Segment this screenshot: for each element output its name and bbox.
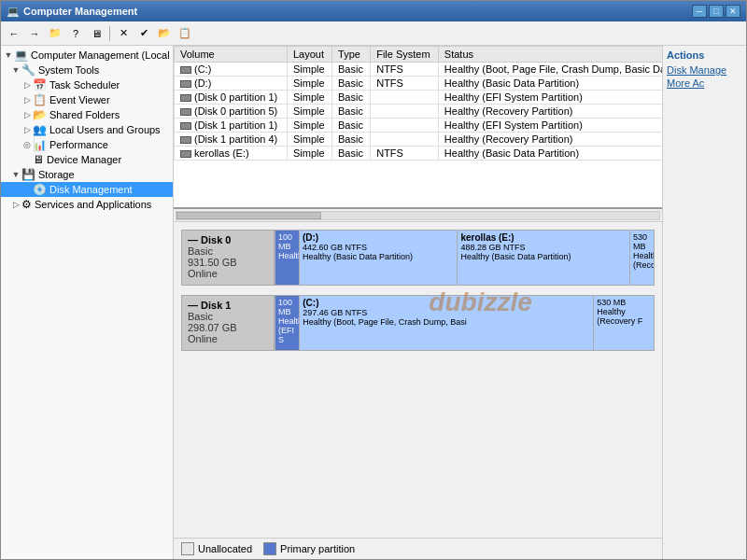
content-wrapper: dubizzle Volume Layout Type File System … [174,46,746,559]
dev-toggle [21,154,33,165]
part-size: 100 MB [278,232,296,251]
services-toggle[interactable]: ▷ [10,199,21,210]
cell-status: Healthy (Boot, Page File, Crash Dump, Ba… [438,63,662,77]
cell-layout: Simple [287,119,331,133]
cell-status: Healthy (Basic Data Partition) [438,77,662,91]
perf-toggle[interactable]: ◎ [21,139,33,150]
unallocated-label: Unallocated [198,543,252,554]
folder-button[interactable]: 📁 [46,24,64,43]
primary-label: Primary partition [280,543,355,554]
task-toggle[interactable]: ▷ [21,79,33,91]
disk-type: Basic [188,311,268,322]
titlebar-left: 💻 Computer Management [7,6,137,18]
users-toggle[interactable]: ▷ [21,124,33,135]
shared-toggle[interactable]: ▷ [21,109,33,120]
table-row: (C:) Simple Basic NTFS Healthy (Boot, Pa… [175,63,663,77]
disk-partitions-disk1: 100 MB Healthy (EFI S (C:) 297.46 GB NTF… [275,295,655,351]
hscroll-thumb[interactable] [176,212,321,219]
col-status[interactable]: Status [438,47,662,63]
main-area: ▼ 💻 Computer Management (Local ▼ 🔧 Syste… [1,46,746,559]
partition-disk1-0[interactable]: 100 MB Healthy (EFI S [275,296,300,350]
part-size: 297.46 GB NTFS [303,308,590,317]
cell-type: Basic [332,63,371,77]
cell-fs: NTFS [371,77,439,91]
disk-block-disk0: — Disk 0 Basic 931.50 GB Online 100 MB H… [181,230,655,286]
legend: Unallocated Primary partition [174,538,662,559]
unallocated-box [181,542,194,555]
part-size: 442.60 GB NTFS [303,243,455,252]
col-volume[interactable]: Volume [175,47,288,63]
delete-button[interactable]: ✕ [114,24,133,43]
col-type[interactable]: Type [332,47,371,63]
col-fs[interactable]: File System [371,47,439,63]
hscroll-bar[interactable] [174,209,662,222]
sidebar-root[interactable]: ▼ 💻 Computer Management (Local [1,48,173,63]
cell-fs [371,133,439,147]
part-name: (D:) [303,232,455,243]
root-toggle[interactable]: ▼ [3,49,14,61]
action-more[interactable]: More Ac [667,77,742,89]
dev-label: Device Manager [47,154,121,165]
sidebar-item-storage[interactable]: ▼ 💾 Storage [1,167,173,182]
part-size: 100 MB [278,298,296,316]
services-icon: ⚙ [21,198,32,211]
disk-label-disk1: — Disk 1 Basic 298.07 GB Online [181,295,275,351]
system-tools-toggle[interactable]: ▼ [10,64,21,76]
disk-status: Online [188,268,268,279]
part-size: 530 MB [633,232,651,251]
disk-size: 298.07 GB [188,322,268,333]
forward-button[interactable]: → [25,24,44,43]
window-title: Computer Management [23,6,137,17]
dev-icon: 🖥 [33,153,44,166]
open-button[interactable]: 📂 [155,24,174,43]
volume-table-container[interactable]: Volume Layout Type File System Status (C… [174,46,662,209]
sidebar-item-system-tools[interactable]: ▼ 🔧 System Tools [1,63,173,77]
part-status: Healthy (EFI S [278,316,296,344]
close-button[interactable]: ✕ [726,5,740,18]
sidebar-item-shared-folders[interactable]: ▷ 📂 Shared Folders [1,107,173,122]
partition-disk1-2[interactable]: 530 MB Healthy (Recovery F [594,296,654,350]
sidebar-item-task-scheduler[interactable]: ▷ 📅 Task Scheduler [1,77,173,92]
partition-disk0-3[interactable]: 530 MB Healthy (Reco [630,231,654,285]
sidebar-item-device-manager[interactable]: 🖥 Device Manager [1,152,173,167]
partition-disk0-1[interactable]: (D:) 442.60 GB NTFS Healthy (Basic Data … [300,231,458,285]
cell-layout: Simple [287,63,331,77]
back-button[interactable]: ← [5,24,23,43]
cell-status: Healthy (Recovery Partition) [438,133,662,147]
hscroll-track[interactable] [176,211,660,220]
storage-toggle[interactable]: ▼ [10,169,21,180]
action-disk-manage[interactable]: Disk Manage [667,64,742,76]
cell-type: Basic [332,91,371,105]
cell-volume: (Disk 0 partition 5) [175,105,288,119]
maximize-button[interactable]: □ [709,5,724,18]
sidebar: ▼ 💻 Computer Management (Local ▼ 🔧 Syste… [1,46,174,559]
titlebar-controls[interactable]: ─ □ ✕ [692,5,740,18]
sidebar-item-performance[interactable]: ◎ 📊 Performance [1,137,173,152]
minimize-button[interactable]: ─ [692,5,707,18]
sidebar-item-disk-management[interactable]: 💿 Disk Management [1,182,173,197]
cell-layout: Simple [287,147,331,161]
cell-volume: (Disk 1 partition 4) [175,133,288,147]
event-toggle[interactable]: ▷ [21,94,33,105]
task-icon: 📅 [33,78,47,91]
cell-layout: Simple [287,133,331,147]
system-tools-label: System Tools [38,64,99,76]
sidebar-item-event-viewer[interactable]: ▷ 📋 Event Viewer [1,92,173,107]
part-status: Healthy (Recovery F [597,307,651,326]
part-size: 488.28 GB NTFS [460,243,627,252]
sidebar-item-local-users[interactable]: ▷ 👥 Local Users and Groups [1,122,173,137]
check-button[interactable]: ✔ [134,24,153,43]
help-button[interactable]: ? [66,24,85,43]
disk-header-disk0: — Disk 0 Basic 931.50 GB Online 100 MB H… [181,230,655,286]
partition-disk0-2[interactable]: kerollas (E:) 488.28 GB NTFS Healthy (Ba… [458,231,630,285]
partition-disk0-0[interactable]: 100 MB Healthy [275,231,300,285]
col-layout[interactable]: Layout [287,47,331,63]
cell-volume: (C:) [175,63,288,77]
part-status: Healthy (Basic Data Partition) [303,252,455,261]
clipboard-button[interactable]: 📋 [176,24,194,43]
computer-button[interactable]: 🖥 [87,24,106,43]
perf-label: Performance [49,139,108,150]
sidebar-item-services[interactable]: ▷ ⚙ Services and Applications [1,197,173,212]
partition-disk1-1[interactable]: (C:) 297.46 GB NTFS Healthy (Boot, Page … [300,296,594,350]
cell-type: Basic [332,119,371,133]
